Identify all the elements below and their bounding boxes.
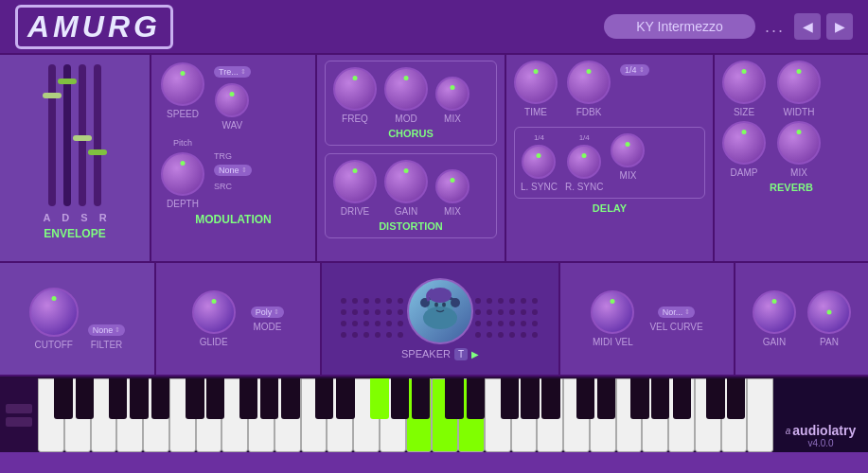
rsync-label: R. SYNC — [565, 182, 604, 192]
vel-curve-dropdown[interactable]: Nor... ⇕ — [658, 307, 696, 318]
delay-mix-knob[interactable] — [611, 133, 645, 167]
white-key[interactable] — [116, 378, 143, 452]
white-key[interactable] — [64, 378, 91, 452]
glide-knob[interactable] — [192, 290, 236, 334]
white-key-active[interactable] — [432, 378, 458, 452]
white-key[interactable] — [380, 378, 406, 452]
sustain-slider[interactable] — [79, 64, 86, 206]
lsync-dropdown[interactable]: 1/4 ⇕ — [620, 64, 649, 76]
white-key[interactable] — [275, 378, 301, 452]
white-key[interactable] — [695, 378, 721, 452]
avatar-svg — [412, 278, 469, 344]
white-key[interactable] — [485, 378, 511, 452]
dots-button[interactable]: ... — [765, 17, 785, 37]
chorus-mix-knob-container: MIX — [435, 77, 469, 124]
next-button[interactable]: ▶ — [826, 13, 853, 40]
speaker-t-btn[interactable]: T — [454, 348, 468, 360]
freq-knob[interactable] — [333, 67, 377, 111]
pan-dot — [827, 310, 832, 315]
white-key[interactable] — [563, 378, 590, 452]
fdbk-label: FDBK — [576, 107, 602, 117]
white-key[interactable] — [143, 378, 169, 452]
octave-down-btn[interactable] — [6, 404, 32, 413]
chorus-mix-knob[interactable] — [435, 77, 469, 111]
none-dropdown[interactable]: None ⇕ — [214, 165, 252, 176]
wav-dropdown[interactable]: Tre... ⇕ — [214, 66, 251, 78]
midi-vel-knob[interactable] — [591, 290, 634, 334]
pan-knob[interactable] — [807, 290, 851, 334]
white-key[interactable] — [196, 378, 222, 452]
rsync-knob[interactable] — [567, 145, 601, 179]
white-key[interactable] — [301, 378, 328, 452]
dist-gain-knob[interactable] — [384, 160, 428, 203]
chorus-label: CHORUS — [333, 128, 488, 139]
chorus-mod-label: MOD — [395, 114, 416, 124]
octave-up-btn[interactable] — [6, 417, 32, 427]
rsync-dot — [582, 153, 587, 158]
decay-label: D — [62, 212, 69, 223]
envelope-panel: A D S R ENVELOPE — [0, 55, 151, 261]
brand-footer: a audiolatry v4.0.0 — [773, 378, 868, 452]
release-slider[interactable] — [94, 64, 101, 206]
wav-knob[interactable] — [215, 83, 249, 117]
time-knob[interactable] — [514, 61, 558, 104]
decay-slider[interactable] — [63, 64, 71, 206]
reverb-mix-knob[interactable] — [777, 121, 821, 165]
white-key[interactable] — [642, 378, 668, 452]
white-key[interactable] — [38, 378, 64, 452]
chorus-mix-dot — [451, 85, 455, 90]
damp-label: DAMP — [731, 167, 758, 178]
white-key[interactable] — [353, 378, 380, 452]
delay-mix-dot — [626, 142, 630, 147]
size-dot — [742, 69, 747, 74]
white-key-active[interactable] — [406, 378, 433, 452]
white-key[interactable] — [248, 378, 275, 452]
speaker-play-btn[interactable]: ▶ — [471, 349, 479, 359]
glide-knob-container: GLIDE — [192, 290, 236, 347]
width-knob[interactable] — [777, 61, 821, 104]
white-key[interactable] — [721, 378, 748, 452]
cutoff-label: CUTOFF — [35, 340, 73, 350]
distortion-knobs: DRIVE GAIN MIX — [333, 160, 488, 217]
white-key[interactable] — [668, 378, 695, 452]
preset-name[interactable]: KY Intermezzo — [604, 14, 755, 39]
modulation-label: MODULATION — [161, 213, 306, 226]
white-key[interactable] — [327, 378, 353, 452]
white-key[interactable] — [511, 378, 538, 452]
cutoff-row: CUTOFF None ⇕ FILTER — [29, 288, 126, 350]
size-label: SIZE — [734, 107, 754, 117]
lsync-knob[interactable] — [522, 145, 556, 179]
white-key[interactable] — [747, 378, 773, 452]
white-keys — [38, 378, 773, 452]
attack-slider[interactable] — [48, 64, 56, 206]
white-key[interactable] — [169, 378, 196, 452]
white-key[interactable] — [91, 378, 117, 452]
gain-pan-panel: GAIN PAN — [735, 263, 868, 375]
white-key[interactable] — [537, 378, 563, 452]
time-dot — [534, 69, 539, 74]
speed-knob[interactable] — [161, 62, 204, 106]
mode-dropdown[interactable]: Poly ⇕ — [251, 307, 285, 318]
size-knob[interactable] — [722, 61, 766, 104]
filter-dropdown[interactable]: None ⇕ — [88, 324, 126, 336]
lsync-label: L. SYNC — [521, 182, 558, 192]
depth-label: DEPTH — [167, 199, 199, 209]
white-key[interactable] — [590, 378, 616, 452]
depth-knob[interactable] — [161, 152, 204, 196]
glide-dot — [211, 299, 216, 304]
dist-mix-knob[interactable] — [435, 169, 469, 203]
drive-label: DRIVE — [341, 206, 370, 217]
white-key[interactable] — [221, 378, 248, 452]
chorus-mod-knob[interactable] — [384, 67, 428, 111]
white-key[interactable] — [616, 378, 643, 452]
keyboard-section: a audiolatry v4.0.0 — [0, 377, 868, 452]
fdbk-knob[interactable] — [567, 61, 611, 104]
white-key-active[interactable] — [458, 378, 485, 452]
drive-knob[interactable] — [333, 160, 377, 203]
cutoff-knob[interactable] — [29, 288, 79, 337]
gain-knob[interactable] — [753, 290, 796, 334]
delay-panel: TIME FDBK 1/4 ⇕ 1/4 — [506, 55, 715, 261]
damp-knob[interactable] — [722, 121, 766, 165]
prev-button[interactable]: ◀ — [794, 13, 821, 40]
grille-left — [341, 298, 405, 340]
